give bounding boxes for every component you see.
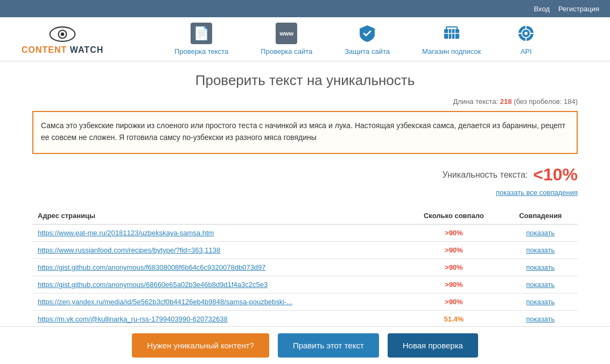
show-match-link[interactable]: показать bbox=[526, 298, 555, 306]
register-link[interactable]: Регистрация bbox=[558, 5, 599, 13]
table-row: https://m.vk.com/@kullinarka_ru-rss-1799… bbox=[32, 311, 578, 328]
result-url-link[interactable]: https://zen.yandex.ru/media/id/5e562b3cf… bbox=[38, 298, 292, 306]
show-match-link[interactable]: показать bbox=[526, 263, 555, 271]
col-match-action-header: Совпадения bbox=[503, 207, 578, 225]
main-nav: 📄 Проверка текста www Проверка сайта Защ… bbox=[125, 23, 588, 55]
btn-edit-text[interactable]: Править этот текст bbox=[278, 333, 379, 358]
result-url-link[interactable]: https://gist.github.com/anonymous/f68308… bbox=[38, 263, 266, 271]
result-url-link[interactable]: https://m.vk.com/@kullinarka_ru-rss-1799… bbox=[38, 315, 228, 323]
match-percentage: >90% bbox=[404, 225, 503, 242]
table-row: https://www.eat-me.ru/20181123/uzbekskay… bbox=[32, 225, 578, 242]
doc-icon: 📄 bbox=[188, 23, 214, 44]
nav-api[interactable]: API bbox=[513, 23, 539, 55]
uniqueness-value: <10% bbox=[533, 165, 578, 185]
col-url-header: Адрес страницы bbox=[32, 207, 404, 225]
show-match-link[interactable]: показать bbox=[526, 315, 555, 323]
match-percentage: 51.4% bbox=[404, 311, 503, 328]
uniqueness-result-row: Уникальность текста: <10% bbox=[32, 165, 578, 185]
table-row: https://gist.github.com/anonymous/f68308… bbox=[32, 259, 578, 276]
match-percentage: >90% bbox=[404, 259, 503, 276]
page-title: Проверить текст на уникальность bbox=[32, 72, 578, 89]
show-match-link[interactable]: показать bbox=[526, 246, 555, 254]
text-length-info: Длина текста: 218 (без пробелов: 184) bbox=[32, 97, 578, 106]
match-percentage: >90% bbox=[404, 242, 503, 259]
nav-protect-site[interactable]: Защита сайта bbox=[345, 23, 390, 55]
match-percentage: >90% bbox=[404, 276, 503, 293]
table-row: https://www.russianfood.com/recipes/byty… bbox=[32, 242, 578, 259]
nav-check-text[interactable]: 📄 Проверка текста bbox=[174, 23, 228, 55]
input-text-display: Самса это узбекские пирожки из слоеного … bbox=[32, 111, 578, 154]
login-link[interactable]: Вход bbox=[534, 5, 550, 13]
api-icon bbox=[513, 23, 539, 44]
nav-check-site[interactable]: www Проверка сайта bbox=[261, 23, 312, 55]
result-url-link[interactable]: https://www.russianfood.com/recipes/byty… bbox=[38, 246, 220, 254]
match-percentage: >90% bbox=[404, 293, 503, 311]
header: CONTENT WATCH 📄 Проверка текста www Пров… bbox=[0, 17, 610, 61]
main-content: Проверить текст на уникальность Длина те… bbox=[0, 61, 610, 364]
col-match-count-header: Сколько совпало bbox=[404, 207, 503, 225]
logo-text: CONTENT WATCH bbox=[22, 45, 103, 55]
show-match-link[interactable]: показать bbox=[526, 229, 555, 237]
nav-shop[interactable]: Магазин подписок bbox=[422, 23, 481, 55]
footer-buttons: Нужен уникальный контент? Править этот т… bbox=[0, 326, 610, 364]
svg-point-2 bbox=[61, 32, 65, 36]
logo-icon bbox=[46, 24, 79, 45]
show-match-link[interactable]: показать bbox=[526, 281, 555, 289]
logo[interactable]: CONTENT WATCH bbox=[22, 24, 103, 55]
shield-icon bbox=[354, 23, 380, 44]
btn-unique-content[interactable]: Нужен уникальный контент? bbox=[132, 333, 269, 358]
table-row: https://gist.github.com/anonymous/68660e… bbox=[32, 276, 578, 293]
top-bar: Вход Регистрация bbox=[0, 0, 610, 17]
cart-icon bbox=[439, 23, 465, 44]
table-row: https://zen.yandex.ru/media/id/5e562b3cf… bbox=[32, 293, 578, 311]
show-all-matches[interactable]: показать все совпадения bbox=[32, 188, 578, 197]
www-icon: www bbox=[274, 23, 299, 44]
result-url-link[interactable]: https://www.eat-me.ru/20181123/uzbekskay… bbox=[38, 229, 214, 237]
result-url-link[interactable]: https://gist.github.com/anonymous/68660e… bbox=[38, 281, 268, 289]
uniqueness-label: Уникальность текста: bbox=[443, 170, 528, 180]
btn-new-check[interactable]: Новая проверка bbox=[388, 333, 478, 358]
svg-point-12 bbox=[524, 32, 528, 35]
